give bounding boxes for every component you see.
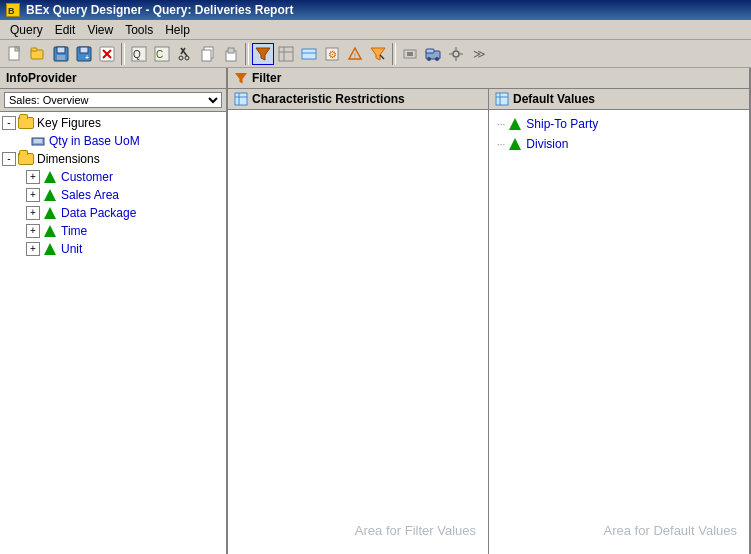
svg-rect-11 bbox=[80, 47, 88, 53]
filter-header-icon bbox=[234, 71, 248, 85]
svg-point-23 bbox=[185, 56, 189, 60]
default-values-panel: Default Values ··· Ship-To Party ··· bbox=[489, 89, 749, 554]
default-values-area-label: Area for Default Values bbox=[604, 523, 737, 538]
svg-rect-40 bbox=[404, 50, 416, 58]
svg-text:B: B bbox=[8, 6, 15, 16]
dv-dotted-line-1: ··· bbox=[497, 119, 505, 130]
menu-edit[interactable]: Edit bbox=[49, 22, 82, 38]
tree-key-figures-row[interactable]: - Key Figures bbox=[2, 114, 224, 132]
tree-toggle-dimensions[interactable]: - bbox=[2, 152, 16, 166]
tree-dimensions-label: Dimensions bbox=[37, 152, 100, 166]
toolbar-sep-1 bbox=[121, 43, 125, 65]
info-provider-header: InfoProvider bbox=[0, 68, 226, 89]
filter-mode-button[interactable] bbox=[252, 43, 274, 65]
svg-marker-28 bbox=[256, 48, 270, 60]
svg-text:Q: Q bbox=[133, 49, 141, 60]
tree-customer-row[interactable]: + Customer bbox=[2, 168, 224, 186]
rows-cols-button[interactable] bbox=[275, 43, 297, 65]
char-restrictions-header: Characteristic Restrictions bbox=[228, 89, 488, 110]
char-props-button[interactable]: C bbox=[151, 43, 173, 65]
filter-header: Filter bbox=[228, 68, 749, 89]
toolbar: + Q C ⚙ ! ≫ bbox=[0, 40, 751, 68]
svg-text:C: C bbox=[156, 49, 163, 60]
tree-area: - Key Figures Qty in Base UoM - Dimensi bbox=[0, 112, 226, 554]
dim-icon-datapackage bbox=[42, 205, 58, 221]
measure-icon bbox=[30, 133, 46, 149]
menu-tools[interactable]: Tools bbox=[119, 22, 159, 38]
svg-marker-58 bbox=[44, 207, 56, 219]
tree-time-row[interactable]: + Time bbox=[2, 222, 224, 240]
tree-datapackage-row[interactable]: + Data Package bbox=[2, 204, 224, 222]
tree-toggle-key-figures[interactable]: - bbox=[2, 116, 16, 130]
query-props-button[interactable]: Q bbox=[128, 43, 150, 65]
svg-rect-6 bbox=[31, 48, 37, 51]
char-restrictions-area-label: Area for Filter Values bbox=[355, 523, 476, 538]
svg-rect-9 bbox=[57, 55, 65, 60]
filter-subpanels: Characteristic Restrictions Area for Fil… bbox=[228, 89, 749, 554]
svg-marker-59 bbox=[44, 225, 56, 237]
menu-help[interactable]: Help bbox=[159, 22, 196, 38]
filter-panel: Filter Characteristic Restrictions Area … bbox=[228, 68, 751, 554]
svg-text:!: ! bbox=[354, 52, 356, 59]
paste-button[interactable] bbox=[220, 43, 242, 65]
toolbar-sep-2 bbox=[245, 43, 249, 65]
close-button[interactable] bbox=[96, 43, 118, 65]
dv-division-label: Division bbox=[526, 137, 568, 151]
svg-rect-8 bbox=[57, 47, 65, 53]
tree-salesarea-row[interactable]: + Sales Area bbox=[2, 186, 224, 204]
svg-marker-57 bbox=[44, 189, 56, 201]
tree-qty-row[interactable]: Qty in Base UoM bbox=[2, 132, 224, 150]
svg-line-39 bbox=[380, 55, 384, 59]
settings-button[interactable] bbox=[445, 43, 467, 65]
tree-qty-label: Qty in Base UoM bbox=[49, 134, 140, 148]
dv-icon-division bbox=[507, 136, 523, 152]
btn4[interactable]: ⚙ bbox=[321, 43, 343, 65]
svg-rect-32 bbox=[302, 49, 316, 59]
folder-icon bbox=[18, 115, 34, 131]
default-values-content: ··· Ship-To Party ··· Division bbox=[489, 110, 749, 554]
tree-toggle-datapackage[interactable]: + bbox=[26, 206, 40, 220]
tree-toggle-customer[interactable]: + bbox=[26, 170, 40, 184]
folder-icon-2 bbox=[18, 151, 34, 167]
tree-unit-row[interactable]: + Unit bbox=[2, 240, 224, 258]
svg-text:⚙: ⚙ bbox=[328, 49, 337, 60]
svg-point-45 bbox=[427, 57, 431, 61]
info-provider-panel: InfoProvider Sales: Overview - Key Figur… bbox=[0, 68, 228, 554]
filter-header-label: Filter bbox=[252, 71, 281, 85]
toolbar-sep-3 bbox=[392, 43, 396, 65]
svg-marker-60 bbox=[44, 243, 56, 255]
char-restrictions-content: Area for Filter Values bbox=[228, 110, 488, 554]
menu-view[interactable]: View bbox=[81, 22, 119, 38]
save-as-button[interactable]: + bbox=[73, 43, 95, 65]
open-button[interactable] bbox=[27, 43, 49, 65]
characteristic-restrictions-panel: Characteristic Restrictions Area for Fil… bbox=[228, 89, 489, 554]
dim-icon-salesarea bbox=[42, 187, 58, 203]
dv-division[interactable]: ··· Division bbox=[493, 134, 745, 154]
dv-ship-to-party[interactable]: ··· Ship-To Party bbox=[493, 114, 745, 134]
tree-toggle-salesarea[interactable]: + bbox=[26, 188, 40, 202]
transport-button[interactable] bbox=[422, 43, 444, 65]
tree-unit-label: Unit bbox=[61, 242, 82, 256]
svg-point-46 bbox=[435, 57, 439, 61]
btn5[interactable]: ! bbox=[344, 43, 366, 65]
tree-toggle-unit[interactable]: + bbox=[26, 242, 40, 256]
new-button[interactable] bbox=[4, 43, 26, 65]
dim-icon-customer bbox=[42, 169, 58, 185]
copy-button[interactable] bbox=[197, 43, 219, 65]
menu-query[interactable]: Query bbox=[4, 22, 49, 38]
char-restrictions-icon bbox=[234, 92, 248, 106]
tree-toggle-time[interactable]: + bbox=[26, 224, 40, 238]
tree-dimensions-row[interactable]: - Dimensions bbox=[2, 150, 224, 168]
svg-rect-44 bbox=[426, 49, 434, 53]
btn3[interactable] bbox=[298, 43, 320, 65]
cut-button[interactable] bbox=[174, 43, 196, 65]
more-button[interactable]: ≫ bbox=[468, 43, 490, 65]
publish-button[interactable] bbox=[399, 43, 421, 65]
svg-marker-61 bbox=[235, 73, 247, 84]
tree-key-figures-label: Key Figures bbox=[37, 116, 101, 130]
save-button[interactable] bbox=[50, 43, 72, 65]
default-values-icon bbox=[495, 92, 509, 106]
info-provider-select[interactable]: Sales: Overview bbox=[4, 92, 222, 108]
btn6[interactable] bbox=[367, 43, 389, 65]
default-values-header: Default Values bbox=[489, 89, 749, 110]
